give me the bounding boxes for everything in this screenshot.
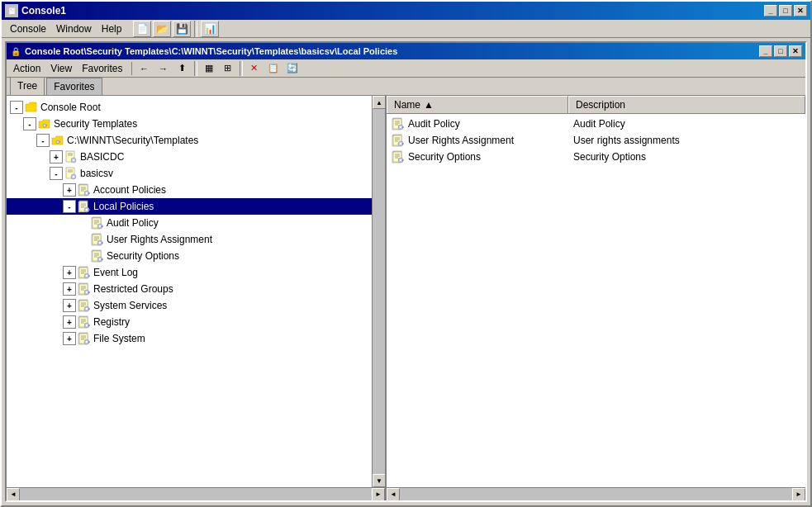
col-header-name[interactable]: Name ▲ [387,96,568,113]
right-scroll-right-button[interactable]: ► [792,488,805,501]
tree-node-basicdc[interactable]: + BASICDC [7,149,372,165]
tree-node-winnt-path[interactable]: - C:\WINNT\Security\Templates [7,132,372,149]
svg-rect-146 [402,160,404,161]
tree-icon-folder-key [51,134,64,147]
tab-favorites[interactable]: Favorites [46,78,102,95]
tree-expander-security-templates[interactable]: - [23,117,36,130]
snap-button[interactable]: 📊 [201,21,219,37]
right-scroll-left-button[interactable]: ◄ [387,488,400,501]
tree-expander-account-policies[interactable]: + [63,183,76,197]
right-horizontal-scrollbar[interactable]: ◄ ► [387,487,805,500]
tree-expander-event-log[interactable]: + [63,266,76,279]
tab-tree[interactable]: Tree [10,77,45,95]
close-button[interactable]: ✕ [794,5,807,17]
tree-icon-policy [91,233,104,246]
tree-icon-policy [78,266,91,279]
tree-icon-policy [91,249,104,263]
tree-node-basicsv[interactable]: - basicsv [7,165,372,182]
tree-node-user-rights[interactable]: User Rights Assignment [7,231,372,248]
menu-help[interactable]: Help [97,21,127,36]
refresh-button[interactable]: 🔄 [283,60,302,77]
svg-point-135 [400,143,401,145]
maximize-button[interactable]: □ [779,5,792,17]
tree-node-console-root[interactable]: - Console Root [7,99,372,116]
tree-expander-system-services[interactable]: + [63,299,76,312]
tree-node-restricted-groups[interactable]: + Restricted Groups [7,281,372,297]
col-header-description[interactable]: Description [568,96,805,113]
tree-expander-local-policies[interactable]: - [63,200,76,213]
open-button[interactable]: 📂 [153,21,171,37]
show-hide-button[interactable]: ▦ [200,60,218,77]
tree-expander-registry[interactable]: + [63,315,76,329]
tree-expander-restricted-groups[interactable]: + [63,282,76,296]
forward-button[interactable]: → [154,60,173,77]
tree-expander-basicsv[interactable]: - [50,167,63,180]
inner-minimize-button[interactable]: _ [759,45,772,57]
inner-menu-bar: Action View Favorites ← → ⬆ ▦ ⊞ ✕ 📋 🔄 [7,59,805,78]
inner-menu-favorites[interactable]: Favorites [77,61,127,76]
tree-label-account-policies: Account Policies [93,184,166,196]
svg-rect-6 [59,142,61,143]
minimize-button[interactable]: _ [764,5,777,17]
tree-icon-doc-key [64,150,78,163]
menu-window[interactable]: Window [51,21,97,36]
tree-horizontal-scrollbar[interactable]: ◄ ► [7,487,385,500]
tree-node-local-policies[interactable]: - Local Policies [7,198,372,215]
tree-node-account-policies[interactable]: + Account Policies [7,182,372,198]
inner-window: 🔒 Console Root\Security Templates\C:\WIN… [5,41,807,502]
right-pane: Name ▲ Description Audit PolicyAudit Pol… [387,96,805,500]
svg-rect-136 [402,144,404,145]
tree-label-event-log: Event Log [93,267,138,278]
tree-node-file-system[interactable]: + File System [7,330,372,347]
inner-menu-action[interactable]: Action [8,61,45,76]
tree-icon-policy [78,315,91,329]
svg-rect-3 [46,125,47,126]
tree-node-security-options[interactable]: Security Options [7,248,372,264]
list-item[interactable]: User Rights AssignmentUser rights assign… [388,132,804,149]
svg-point-45 [99,225,101,227]
scroll-right-button[interactable]: ► [372,488,385,501]
tree-label-basicdc: BASICDC [80,151,124,163]
view-button[interactable]: ⊞ [219,60,237,77]
scroll-left-button[interactable]: ◄ [7,488,20,501]
outer-window-icon: 🖥 [5,4,18,17]
tree-node-event-log[interactable]: + Event Log [7,264,372,281]
column-headers: Name ▲ Description [387,96,805,114]
outer-title-buttons: _ □ ✕ [764,5,807,17]
outer-title-bar: 🖥 Console1 _ □ ✕ [2,2,810,20]
back-button[interactable]: ← [135,60,154,77]
tree-expander-winnt-path[interactable]: - [36,134,50,147]
tree-scroll[interactable]: - Console Root- Security Templates- C:\W… [7,96,372,487]
inner-close-button[interactable]: ✕ [789,45,802,57]
tree-expander-file-system[interactable]: + [63,332,76,345]
svg-rect-56 [102,243,103,244]
inner-maximize-button[interactable]: □ [774,45,787,57]
save-button[interactable]: 💾 [173,21,191,37]
tree-node-audit-policy[interactable]: Audit Policy [7,215,372,231]
menu-console[interactable]: Console [5,21,51,36]
scroll-up-button[interactable]: ▲ [373,96,385,109]
svg-rect-67 [102,258,103,259]
tree-node-security-templates[interactable]: - Security Templates [7,116,372,132]
scroll-down-button[interactable]: ▼ [373,474,385,487]
scroll-track[interactable] [373,109,385,474]
tree-node-system-services[interactable]: + System Services [7,297,372,314]
list-item[interactable]: Audit PolicyAudit Policy [388,116,804,132]
inner-menu-view[interactable]: View [45,61,77,76]
new-button[interactable]: 📄 [133,21,151,37]
svg-rect-37 [89,209,90,210]
tree-expander-basicdc[interactable]: + [50,150,63,163]
tree-node-registry[interactable]: + Registry [7,314,372,330]
outer-window-title: Console1 [21,5,764,17]
list-item[interactable]: Security OptionsSecurity Options [388,149,804,165]
export-button[interactable]: 📋 [264,60,283,77]
svg-rect-127 [403,126,404,127]
svg-rect-86 [88,292,90,293]
list-item-icon [392,150,405,163]
tree-vertical-scrollbar[interactable]: ▲ ▼ [372,96,385,487]
up-button[interactable]: ⬆ [173,60,192,77]
tree-label-winnt-path: C:\WINNT\Security\Templates [67,135,198,146]
delete-button[interactable]: ✕ [245,60,264,77]
tree-expander-console-root[interactable]: - [10,101,23,114]
tree-icon-folder [25,101,38,114]
